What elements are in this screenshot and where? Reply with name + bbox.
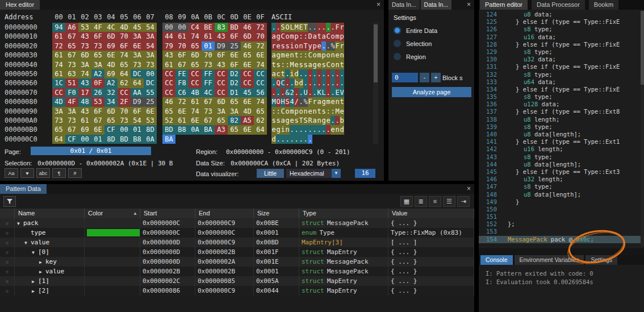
hex-byte[interactable]: D9 bbox=[215, 41, 228, 51]
hex-byte[interactable]: 74 bbox=[254, 60, 267, 69]
hex-byte[interactable]: 61 bbox=[78, 116, 91, 125]
ascii-char[interactable]: . bbox=[303, 135, 308, 144]
hex-byte[interactable]: C6 bbox=[175, 88, 189, 97]
hex-byte[interactable]: BE bbox=[202, 23, 215, 32]
ascii-char[interactable]: D bbox=[308, 32, 312, 41]
editor-scrollbar[interactable] bbox=[641, 11, 644, 247]
tree-expand-icon[interactable]: ▼ bbox=[32, 248, 38, 257]
ascii-char[interactable]: n bbox=[290, 51, 294, 60]
ascii-char[interactable]: r bbox=[340, 41, 344, 51]
ascii-char[interactable]: r bbox=[312, 97, 317, 106]
ascii-char[interactable]: . bbox=[317, 78, 321, 88]
ascii-char[interactable]: i bbox=[290, 69, 294, 78]
hex-byte[interactable]: 25 bbox=[228, 41, 241, 51]
hex-scrollbar-thumb[interactable] bbox=[374, 24, 378, 82]
hex-byte[interactable]: 01 bbox=[131, 125, 144, 134]
hex-byte[interactable]: 3A bbox=[131, 32, 144, 41]
hex-byte[interactable]: FF bbox=[202, 69, 215, 78]
pattern-row[interactable]: ☆▶[2]0x000000860x000000C90x0044structMap… bbox=[0, 286, 474, 296]
page-selector[interactable]: 0x01 / 0x01 bbox=[31, 147, 151, 155]
hex-byte[interactable]: 17 bbox=[78, 88, 91, 97]
hex-byte[interactable]: 65 bbox=[189, 60, 202, 69]
ascii-char[interactable]: : bbox=[299, 51, 303, 60]
ascii-char[interactable]: a bbox=[317, 97, 321, 106]
hex-byte[interactable]: 6D bbox=[104, 32, 118, 41]
radio-option[interactable]: Entire Data bbox=[394, 24, 437, 37]
ascii-char[interactable]: p bbox=[340, 32, 344, 41]
hex-byte[interactable]: 6E bbox=[91, 125, 104, 134]
ascii-char[interactable]: . bbox=[321, 23, 326, 32]
ascii-char[interactable]: . bbox=[317, 69, 321, 78]
hex-byte[interactable]: 73 bbox=[78, 41, 91, 51]
ascii-char[interactable]: . bbox=[285, 69, 290, 78]
hex-byte[interactable]: 64 bbox=[52, 135, 65, 144]
favorite-star-icon[interactable]: ☆ bbox=[5, 268, 9, 274]
hex-byte[interactable]: D9 bbox=[131, 97, 144, 106]
hex-byte[interactable]: CC bbox=[162, 88, 175, 97]
ascii-char[interactable]: e bbox=[331, 97, 335, 106]
hex-byte[interactable]: 6F bbox=[228, 32, 241, 41]
console-separator[interactable] bbox=[479, 248, 644, 255]
hex-byte[interactable]: 6E bbox=[131, 41, 144, 51]
favorites-toggle[interactable]: ♥ bbox=[20, 168, 34, 178]
code-line[interactable]: 128} else if (type == Type::FixE bbox=[479, 41, 644, 48]
ascii-char[interactable]: 2 bbox=[290, 88, 294, 97]
radio-option[interactable]: Selection bbox=[394, 37, 437, 50]
byte-count-input[interactable]: 16 bbox=[355, 169, 375, 178]
hex-byte[interactable]: 70 bbox=[118, 32, 131, 41]
ascii-char[interactable]: T bbox=[299, 116, 303, 125]
ascii-char[interactable]: e bbox=[331, 125, 335, 134]
code-line[interactable]: 151 bbox=[479, 213, 644, 221]
ascii-char[interactable]: M bbox=[294, 23, 299, 32]
hex-byte[interactable]: 65 bbox=[254, 107, 267, 116]
ascii-char[interactable]: n bbox=[312, 107, 317, 116]
code-line[interactable]: 142u16 length; bbox=[479, 145, 644, 153]
ascii-char[interactable]: . bbox=[303, 125, 308, 134]
hex-byte[interactable]: 53 bbox=[144, 116, 157, 125]
ascii-char[interactable]: . bbox=[331, 78, 335, 88]
ascii-char[interactable]: r bbox=[340, 23, 344, 32]
endian-select[interactable]: Little bbox=[257, 169, 284, 178]
code-line[interactable]: 140u8 data[length]; bbox=[479, 131, 644, 138]
ascii-char[interactable]: b bbox=[340, 116, 344, 125]
ascii-char[interactable]: s bbox=[321, 60, 326, 69]
ascii-char[interactable]: . bbox=[326, 78, 331, 88]
hex-byte[interactable]: 6D bbox=[241, 32, 254, 41]
hex-byte[interactable]: 73 bbox=[52, 116, 65, 125]
ascii-char[interactable]: t bbox=[317, 107, 321, 116]
ascii-char[interactable]: g bbox=[276, 51, 281, 60]
hex-byte[interactable]: CC bbox=[118, 88, 131, 97]
ascii-char[interactable]: C bbox=[308, 51, 312, 60]
code-line[interactable]: 150 bbox=[479, 206, 644, 213]
ascii-char[interactable]: a bbox=[271, 32, 276, 41]
pattern-row[interactable]: ☆▶[1]0x0000002C0x000000850x005AstructMap… bbox=[0, 276, 474, 286]
ascii-char[interactable]: e bbox=[308, 107, 312, 116]
column-header-name[interactable]: Name bbox=[15, 209, 85, 218]
code-line[interactable]: 153 bbox=[479, 228, 644, 235]
hex-byte[interactable]: 56 bbox=[254, 88, 267, 97]
ascii-char[interactable]: C bbox=[281, 32, 285, 41]
ascii-char[interactable]: . bbox=[335, 116, 340, 125]
ascii-char[interactable]: t bbox=[294, 51, 299, 60]
hex-byte[interactable]: 46 bbox=[162, 97, 175, 106]
hex-byte[interactable]: 43 bbox=[78, 107, 91, 116]
hex-byte[interactable]: A2 bbox=[104, 78, 118, 88]
ascii-char[interactable]: . bbox=[340, 78, 344, 88]
ascii-char[interactable]: d bbox=[294, 69, 299, 78]
code-line[interactable]: 134} else if (type == Type::FixE bbox=[479, 86, 644, 93]
ascii-char[interactable]: . bbox=[308, 135, 312, 144]
hex-byte[interactable]: 69 bbox=[104, 69, 118, 78]
hex-byte[interactable]: BD bbox=[118, 135, 131, 144]
hex-byte[interactable]: 6F bbox=[91, 32, 104, 41]
ascii-char[interactable]: . bbox=[308, 78, 312, 88]
hex-byte[interactable]: 65 bbox=[228, 125, 241, 134]
hex-byte[interactable]: CF bbox=[104, 125, 118, 134]
hex-byte[interactable]: 70 bbox=[254, 32, 267, 41]
hex-byte[interactable]: 6F bbox=[131, 107, 144, 116]
ascii-char[interactable]: E bbox=[299, 23, 303, 32]
ascii-char[interactable]: a bbox=[271, 69, 276, 78]
hex-byte[interactable]: 74 bbox=[189, 107, 202, 116]
ascii-char[interactable]: : bbox=[331, 107, 335, 116]
hex-byte[interactable]: A5 bbox=[241, 116, 254, 125]
column-header-value[interactable]: Value bbox=[388, 209, 474, 218]
